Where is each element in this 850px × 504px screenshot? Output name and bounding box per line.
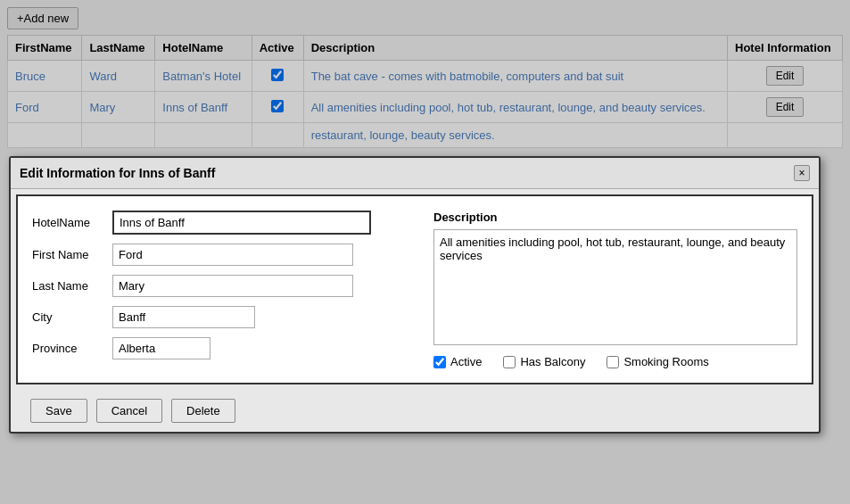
province-label: Province <box>32 342 112 355</box>
has-balcony-label: Has Balcony <box>520 355 585 368</box>
smoking-rooms-checkbox-item: Smoking Rooms <box>607 355 708 368</box>
main-area: +Add new FirstName LastName HotelName Ac… <box>0 0 850 504</box>
modal-overlay: Edit Information for Inns of Banff × Hot… <box>0 0 850 504</box>
active-modal-checkbox[interactable] <box>433 356 446 368</box>
active-checkbox-item: Active <box>433 355 482 368</box>
checkboxes-row: Active Has Balcony Smoking Rooms <box>433 355 797 368</box>
modal-body: HotelName First Name Last Name City <box>16 194 813 384</box>
has-balcony-checkbox[interactable] <box>503 356 516 368</box>
active-checkbox-label: Active <box>450 355 482 368</box>
delete-button[interactable]: Delete <box>171 399 235 423</box>
modal-title: Edit Information for Inns of Banff <box>20 166 215 180</box>
smoking-rooms-checkbox[interactable] <box>607 356 619 368</box>
province-input[interactable] <box>112 337 210 359</box>
city-row: City <box>32 306 416 328</box>
modal-dialog: Edit Information for Inns of Banff × Hot… <box>9 156 821 434</box>
first-name-label: First Name <box>32 248 112 261</box>
modal-header: Edit Information for Inns of Banff × <box>11 158 819 189</box>
description-textarea[interactable]: All amenities including pool, hot tub, r… <box>433 229 797 345</box>
last-name-row: Last Name <box>32 275 416 297</box>
smoking-rooms-label: Smoking Rooms <box>623 355 708 368</box>
city-label: City <box>32 310 112 324</box>
hotel-name-row: HotelName <box>32 211 416 235</box>
last-name-label: Last Name <box>32 279 112 293</box>
hotel-name-input[interactable] <box>112 211 371 235</box>
modal-content: HotelName First Name Last Name City <box>32 211 797 368</box>
city-input[interactable] <box>112 306 255 328</box>
province-row: Province <box>32 337 416 359</box>
last-name-input[interactable] <box>112 275 353 297</box>
cancel-button[interactable]: Cancel <box>96 399 162 423</box>
form-left: HotelName First Name Last Name City <box>32 211 416 368</box>
has-balcony-checkbox-item: Has Balcony <box>503 355 585 368</box>
description-label: Description <box>433 211 797 224</box>
modal-close-button[interactable]: × <box>794 165 810 181</box>
hotel-name-label: HotelName <box>32 216 112 229</box>
modal-footer: Save Cancel Delete <box>11 390 819 432</box>
save-button[interactable]: Save <box>30 399 87 423</box>
first-name-row: First Name <box>32 244 416 266</box>
first-name-input[interactable] <box>112 244 353 266</box>
form-right: Description All amenities including pool… <box>433 211 797 368</box>
